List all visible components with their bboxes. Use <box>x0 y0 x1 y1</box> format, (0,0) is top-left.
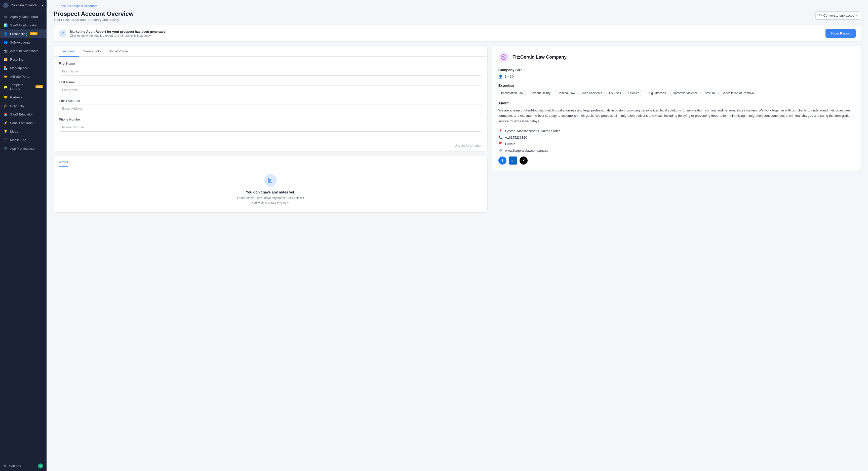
facebook-button[interactable]: f <box>498 157 506 164</box>
notes-body: You don't have any notes yet. Looks like… <box>54 166 487 212</box>
fasttrack-icon: ⚡ <box>3 121 7 125</box>
prospecting-icon: 👤 <box>3 32 7 36</box>
sidebar-item-label: Mobile App <box>10 138 26 142</box>
sidebar-item-saas-configurator[interactable]: 📊 SaaS Configurator <box>0 21 46 29</box>
people-icon: 👤 <box>498 74 503 78</box>
affiliate-icon: 🤝 <box>3 74 7 78</box>
page-title-block: Prospect Account Overview Your Prospect … <box>54 10 133 22</box>
expertise-section: Expertise Immigration Law Personal Injur… <box>498 84 855 96</box>
company-size-row: 👤 1 - 10 <box>498 74 855 78</box>
university-icon: 🎓 <box>3 104 7 108</box>
settings-item[interactable]: ⚙ Settings <box>3 464 21 468</box>
update-information-button[interactable]: Update Information <box>454 144 482 148</box>
last-name-group: Last Name <box>59 80 482 94</box>
about-section: About We are a team of client-focused mu… <box>498 101 855 124</box>
notes-empty-title: You don't have any notes yet. <box>246 190 295 194</box>
sidebar-item-university[interactable]: 🎓 University <box>0 101 46 110</box>
form-footer: Update Information <box>54 141 487 152</box>
last-name-input[interactable] <box>59 86 482 94</box>
website-text: www.fitzgeraldlawcompany.com <box>505 149 551 153</box>
first-name-group: First Name <box>59 62 482 76</box>
sidebar: ⬡ Click here to switch ▾ ⊞ Agency Dashbo… <box>0 0 46 471</box>
notes-empty-icon <box>264 174 277 187</box>
notes-tab[interactable]: Notes <box>59 160 68 166</box>
email-label: Email Address <box>59 99 482 103</box>
tag-asylum: Asylum <box>702 90 717 96</box>
first-name-input[interactable] <box>59 67 482 76</box>
audit-title: Marketing Audit Report for your prospect… <box>70 30 166 33</box>
sidebar-item-marketplace[interactable]: 🏪 Marketplace <box>0 64 46 72</box>
sidebar-nav: ⊞ Agency Dashboard 📊 SaaS Configurator 👤… <box>0 11 46 461</box>
convert-to-subaccount-button[interactable]: ↻ Convert to sub-account <box>815 11 861 20</box>
location-item: 📍 Boston, Massachusetts, United States <box>498 129 855 133</box>
new-badge: NEW <box>30 32 37 35</box>
sidebar-item-label: Account Snapshots <box>10 49 38 53</box>
main-content: ← Back to Prospect Accounts Prospect Acc… <box>46 0 868 471</box>
sidebar-item-agency-dashboard[interactable]: ⊞ Agency Dashboard <box>0 12 46 21</box>
convert-icon: ↻ <box>819 13 822 18</box>
company-info-list: 📍 Boston, Massachusetts, United States 📞… <box>498 129 855 153</box>
right-panel: FitzGerald Law Company Company Size 👤 1 … <box>492 45 861 464</box>
company-size-label: Company Size <box>498 68 855 72</box>
sidebar-item-saas-fasttrack[interactable]: ⚡ SaaS FastTrack <box>0 119 46 127</box>
sidebar-item-affiliate-portal[interactable]: 🤝 Affiliate Portal <box>0 72 46 81</box>
sidebar-item-mobile-app[interactable]: 📱 Mobile App <box>0 136 46 144</box>
audit-banner-left: ✓ Marketing Audit Report for your prospe… <box>59 29 166 37</box>
sidebar-item-ideas[interactable]: 💡 Ideas <box>0 127 46 136</box>
page-subtitle: Your Prospect Account Summary and Activi… <box>54 18 133 22</box>
sidebar-item-label: Partners <box>10 95 22 99</box>
sub-accounts-icon: 👥 <box>3 40 7 44</box>
tag-cancellation-of-removal: Cancellation of Removal <box>719 90 757 96</box>
page-title: Prospect Account Overview <box>54 10 133 18</box>
form-body: First Name Last Name Email Address Phone… <box>54 57 487 141</box>
audit-check-icon: ✓ <box>59 30 66 37</box>
sidebar-item-label: Affiliate Portal <box>10 75 30 78</box>
marketplace-icon: 🏪 <box>3 66 7 70</box>
sidebar-item-label: SaaS Configurator <box>10 23 37 27</box>
tag-auto-accidents: Auto Accidents <box>579 90 604 96</box>
sidebar-item-reselling[interactable]: 🔁 Reselling <box>0 55 46 64</box>
sidebar-item-label: Agency Dashboard <box>10 15 38 19</box>
account-switcher[interactable]: ⬡ Click here to switch ▾ <box>0 0 46 11</box>
email-group: Email Address <box>59 99 482 113</box>
expertise-label: Expertise <box>498 84 855 88</box>
website-icon: 🔗 <box>498 149 503 153</box>
svg-point-5 <box>503 57 504 58</box>
page-header: Prospect Account Overview Your Prospect … <box>54 10 861 22</box>
tab-general-info[interactable]: General Info <box>79 46 105 57</box>
convert-btn-label: Convert to sub-account <box>824 13 857 18</box>
email-input[interactable] <box>59 104 482 113</box>
back-link[interactable]: ← Back to Prospect Accounts <box>54 4 861 8</box>
visibility-item: 🚩 Private <box>498 142 855 146</box>
status-dot <box>38 464 43 469</box>
tab-social-profile[interactable]: Social Profile <box>105 46 132 57</box>
phone-item: 📞 +16175236320 <box>498 135 855 139</box>
sidebar-item-label: Sub-Accounts <box>10 40 30 44</box>
linkedin-button[interactable]: in <box>509 157 517 164</box>
sidebar-item-saas-education[interactable]: 📚 SaaS Education <box>0 110 46 119</box>
back-arrow-icon: ← <box>54 4 57 8</box>
tag-domestic-violence: Domestic Violence <box>670 90 701 96</box>
sidebar-item-app-marketplace[interactable]: 🛒 App Marketplace <box>0 144 46 153</box>
about-label: About <box>498 101 855 105</box>
configurator-icon: 📊 <box>3 23 7 27</box>
tag-criminal-law: Criminal Law <box>555 90 578 96</box>
tag-immigration-law: Immigration Law <box>498 90 526 96</box>
phone-text: +16175236320 <box>505 136 527 139</box>
phone-input[interactable] <box>59 123 482 132</box>
tag-felonies: Felonies <box>625 90 642 96</box>
show-report-button[interactable]: Show Report <box>826 29 856 38</box>
twitter-x-button[interactable]: ✕ <box>520 157 528 164</box>
sidebar-item-template-library[interactable]: 📁 Template Library NEW <box>0 81 46 93</box>
sidebar-item-partners[interactable]: 🤝 Partners <box>0 93 46 101</box>
sidebar-item-sub-accounts[interactable]: 👥 Sub-Accounts <box>0 38 46 46</box>
tab-account[interactable]: Account <box>59 46 79 57</box>
education-icon: 📚 <box>3 112 7 116</box>
phone-group: Phone Number <box>59 118 482 132</box>
company-logo <box>498 52 509 62</box>
sidebar-item-account-snapshots[interactable]: 📷 Account Snapshots <box>0 46 46 55</box>
chevron-down-icon: ▾ <box>42 3 43 7</box>
reselling-icon: 🔁 <box>3 57 7 61</box>
social-links: f in ✕ <box>498 157 855 164</box>
sidebar-item-prospecting[interactable]: 👤 Prospecting NEW <box>0 29 46 38</box>
